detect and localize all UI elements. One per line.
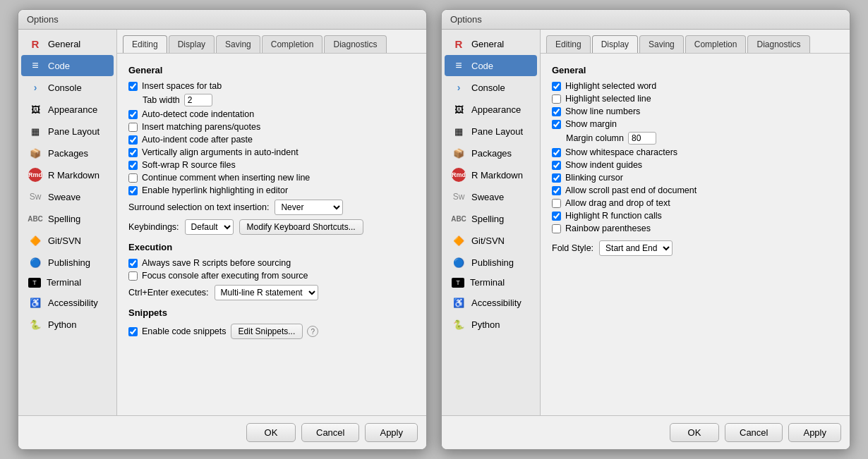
- sidebar-item-code[interactable]: ≡ Code: [21, 55, 114, 76]
- sidebar-item-terminal[interactable]: T Terminal: [21, 274, 114, 291]
- tab-saving[interactable]: Saving: [216, 35, 260, 53]
- sidebar-item-publishing-2[interactable]: 🔵 Publishing: [445, 252, 537, 273]
- sidebar-item-pane-layout[interactable]: ▦ Pane Layout: [21, 121, 114, 142]
- ok-button-display[interactable]: OK: [670, 423, 719, 442]
- sidebar-item-general[interactable]: R General: [21, 33, 114, 54]
- sidebar-item-sweave-2[interactable]: Sw Sweave: [445, 186, 537, 207]
- show-margin-checkbox[interactable]: [552, 120, 561, 129]
- tab-display[interactable]: Display: [169, 35, 215, 53]
- snippets-help-icon[interactable]: ?: [307, 326, 318, 337]
- sidebar-item-git-svn-2[interactable]: 🔶 Git/SVN: [445, 230, 537, 251]
- keybindings-label: Keybindings:: [128, 222, 179, 232]
- accessibility-icon: ♿: [28, 295, 42, 310]
- sidebar-item-appearance-2[interactable]: 🖼 Appearance: [445, 99, 537, 120]
- blinking-cursor-label: Blinking cursor: [565, 173, 623, 183]
- vertically-align-checkbox[interactable]: [128, 148, 138, 157]
- cancel-button-editing[interactable]: Cancel: [301, 423, 359, 442]
- tab-display-2[interactable]: Display: [592, 35, 638, 53]
- editing-panel: General Insert spaces for tab Tab width …: [117, 54, 426, 415]
- sidebar-item-general-2[interactable]: R General: [445, 33, 537, 54]
- sidebar-label-spelling-2: Spelling: [471, 214, 504, 224]
- show-whitespace-label: Show whitespace characters: [565, 147, 677, 157]
- general-section-title-2: General: [552, 65, 838, 75]
- highlight-word-label: Highlight selected word: [565, 81, 656, 91]
- sidebar-item-code-2[interactable]: ≡ Code: [445, 55, 537, 76]
- surround-select[interactable]: Never Always Quotes Only: [275, 200, 343, 215]
- tab-editing-2[interactable]: Editing: [546, 35, 591, 53]
- tab-diagnostics-2[interactable]: Diagnostics: [747, 35, 809, 53]
- highlight-functions-checkbox[interactable]: [552, 212, 561, 221]
- continue-comment-label: Continue comment when inserting new line: [142, 173, 310, 183]
- sidebar-item-appearance[interactable]: 🖼 Appearance: [21, 99, 114, 120]
- sidebar-item-spelling-2[interactable]: ABC Spelling: [445, 208, 537, 229]
- margin-column-input[interactable]: [628, 132, 656, 145]
- show-indent-checkbox[interactable]: [552, 161, 561, 170]
- tab-completion-2[interactable]: Completion: [685, 35, 747, 53]
- sidebar-item-accessibility[interactable]: ♿ Accessibility: [21, 292, 114, 313]
- sidebar-item-git-svn[interactable]: 🔶 Git/SVN: [21, 230, 114, 251]
- snippets-label: Enable code snippets: [142, 326, 227, 336]
- terminal-icon: T: [28, 278, 41, 288]
- sidebar-item-pane-layout-2[interactable]: ▦ Pane Layout: [445, 121, 537, 142]
- auto-indent-checkbox[interactable]: [128, 135, 138, 145]
- sweave-icon-2: Sw: [452, 190, 466, 204]
- show-line-numbers-checkbox[interactable]: [552, 107, 561, 116]
- general-icon-2: R: [452, 37, 466, 51]
- tab-width-input[interactable]: [184, 94, 212, 106]
- tab-editing[interactable]: Editing: [123, 35, 167, 53]
- keybindings-select[interactable]: Default Vim Emacs: [185, 219, 234, 235]
- sidebar-label-spelling: Spelling: [48, 214, 80, 224]
- auto-detect-checkbox[interactable]: [128, 110, 138, 119]
- continue-comment-checkbox[interactable]: [128, 173, 138, 183]
- sidebar-item-packages-2[interactable]: 📦 Packages: [445, 142, 537, 164]
- sidebar-item-publishing[interactable]: 🔵 Publishing: [21, 252, 114, 273]
- tabs-bar-editing: Editing Display Saving Completion Diagno…: [117, 30, 426, 54]
- sidebar-item-sweave[interactable]: Sw Sweave: [21, 186, 114, 207]
- ok-button-editing[interactable]: OK: [246, 423, 296, 442]
- sidebar-label-sweave-2: Sweave: [471, 192, 504, 202]
- highlight-word-checkbox[interactable]: [552, 82, 561, 91]
- show-whitespace-checkbox[interactable]: [552, 148, 561, 157]
- publishing-icon: 🔵: [28, 255, 42, 269]
- scroll-past-checkbox[interactable]: [552, 186, 561, 195]
- snippets-checkbox[interactable]: [128, 327, 138, 336]
- highlight-line-checkbox[interactable]: [552, 94, 561, 104]
- insert-matching-checkbox[interactable]: [128, 123, 138, 132]
- edit-snippets-button[interactable]: Edit Snippets...: [231, 324, 303, 339]
- cancel-button-display[interactable]: Cancel: [725, 423, 783, 442]
- sidebar-item-r-markdown-2[interactable]: Rmd R Markdown: [445, 164, 537, 185]
- blinking-cursor-checkbox[interactable]: [552, 173, 561, 183]
- sidebar-item-python-2[interactable]: 🐍 Python: [445, 314, 537, 335]
- tab-saving-2[interactable]: Saving: [639, 35, 684, 53]
- hyperlink-checkbox[interactable]: [128, 186, 138, 195]
- always-save-checkbox[interactable]: [128, 259, 138, 268]
- tab-completion[interactable]: Completion: [262, 35, 323, 53]
- general-icon: R: [28, 37, 42, 51]
- python-icon: 🐍: [28, 317, 42, 331]
- sidebar-item-console[interactable]: › Console: [21, 77, 114, 98]
- continue-comment-item: Continue comment when inserting new line: [128, 173, 415, 183]
- ctrl-enter-select[interactable]: Multi-line R statement Current line: [215, 285, 318, 300]
- sidebar-item-packages[interactable]: 📦 Packages: [21, 142, 114, 164]
- apply-button-editing[interactable]: Apply: [365, 423, 418, 442]
- focus-console-checkbox[interactable]: [128, 271, 138, 281]
- r-markdown-icon: Rmd: [28, 168, 42, 182]
- console-icon: ›: [28, 80, 42, 94]
- rainbow-parens-checkbox[interactable]: [552, 224, 561, 233]
- fold-style-select[interactable]: Start and End Start Only: [599, 240, 673, 256]
- modify-shortcuts-button[interactable]: Modify Keyboard Shortcuts...: [239, 219, 363, 235]
- sidebar-label-pane-layout: Pane Layout: [48, 126, 100, 137]
- sidebar-item-accessibility-2[interactable]: ♿ Accessibility: [445, 292, 537, 313]
- tab-diagnostics[interactable]: Diagnostics: [324, 35, 386, 53]
- sidebar-item-terminal-2[interactable]: T Terminal: [445, 274, 537, 291]
- sidebar-editing: R General ≡ Code › Console 🖼 Appearance …: [18, 30, 117, 415]
- soft-wrap-checkbox[interactable]: [128, 161, 138, 170]
- apply-button-display[interactable]: Apply: [788, 423, 841, 442]
- sidebar-item-spelling[interactable]: ABC Spelling: [21, 208, 114, 229]
- tab-width-label: Tab width: [143, 95, 180, 105]
- drag-drop-checkbox[interactable]: [552, 199, 561, 208]
- sidebar-item-python[interactable]: 🐍 Python: [21, 314, 114, 335]
- sidebar-item-r-markdown[interactable]: Rmd R Markdown: [21, 164, 114, 185]
- sidebar-item-console-2[interactable]: › Console: [445, 77, 537, 98]
- insert-spaces-checkbox[interactable]: [128, 82, 138, 91]
